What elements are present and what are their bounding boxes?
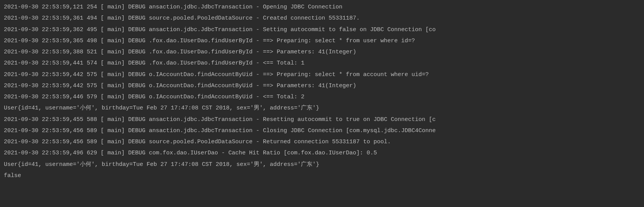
log-line: User{id=41, username='小何', birthday=Tue …: [4, 159, 640, 170]
log-line: 2021-09-30 22:53:59,456 589 [ main] DEBU…: [4, 125, 640, 136]
log-line: 2021-09-30 22:53:59,455 588 [ main] DEBU…: [4, 114, 640, 125]
log-line: 2021-09-30 22:53:59,456 589 [ main] DEBU…: [4, 136, 640, 147]
log-line: false: [4, 170, 640, 181]
log-line: 2021-09-30 22:53:59,362 495 [ main] DEBU…: [4, 24, 640, 35]
log-line: 2021-09-30 22:53:59,388 521 [ main] DEBU…: [4, 46, 640, 58]
log-line: 2021-09-30 22:53:59,496 629 [ main] DEBU…: [4, 147, 640, 159]
log-line: 2021-09-30 22:53:59,442 575 [ main] DEBU…: [4, 80, 640, 91]
log-line: 2021-09-30 22:53:59,361 494 [ main] DEBU…: [4, 13, 640, 24]
console-output: 2021-09-30 22:53:59,121 254 [ main] DEBU…: [4, 2, 640, 181]
log-line: 2021-09-30 22:53:59,441 574 [ main] DEBU…: [4, 58, 640, 69]
log-line: 2021-09-30 22:53:59,121 254 [ main] DEBU…: [4, 2, 640, 13]
log-line: 2021-09-30 22:53:59,365 498 [ main] DEBU…: [4, 35, 640, 46]
log-line: 2021-09-30 22:53:59,446 579 [ main] DEBU…: [4, 91, 640, 103]
log-line: 2021-09-30 22:53:59,442 575 [ main] DEBU…: [4, 69, 640, 80]
log-line: User{id=41, username='小何', birthday=Tue …: [4, 103, 640, 114]
